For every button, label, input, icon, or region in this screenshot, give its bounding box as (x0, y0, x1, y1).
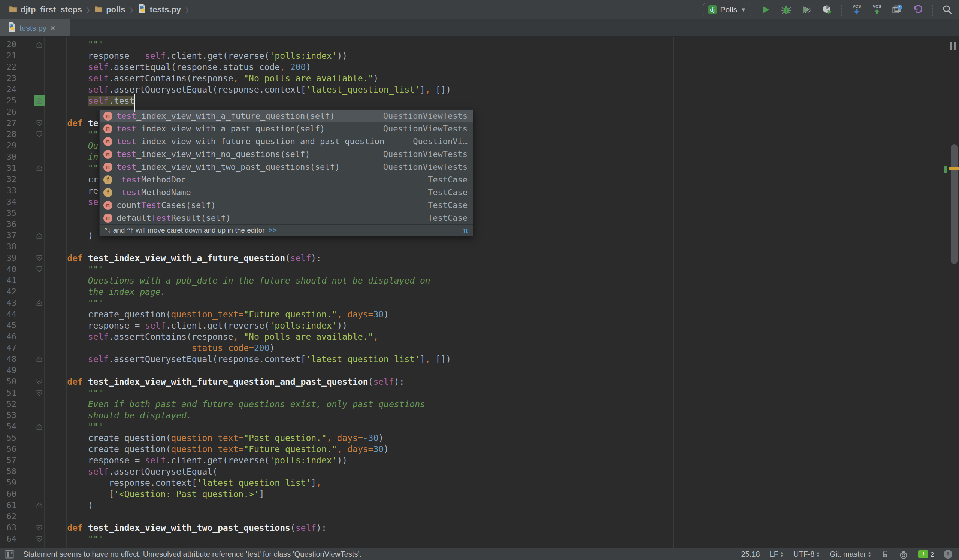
encoding-selector[interactable]: UTF-8 ▲▼ (793, 550, 820, 558)
code-line[interactable]: 23 self.assertContains(response, "No pol… (0, 73, 959, 84)
caret-stripe-mark[interactable] (948, 167, 959, 170)
completion-item[interactable]: mtest_index_view_with_two_past_questions… (100, 161, 473, 173)
inspection-profile-icon[interactable]: ! (944, 550, 952, 558)
code-line[interactable]: 20 """ (0, 39, 959, 50)
code-text: self.assertContains(response, "No polls … (44, 331, 959, 342)
inspection-indicator-icon[interactable] (949, 42, 956, 50)
fold-column (16, 61, 44, 73)
tool-window-toggle-icon[interactable] (4, 549, 15, 560)
updown-arrows-icon: ▲▼ (816, 551, 820, 557)
code-line[interactable]: 57 response = self.client.get(reverse('p… (0, 455, 959, 466)
line-number: 42 (0, 286, 16, 298)
code-line[interactable]: 21 response = self.client.get(reverse('p… (0, 50, 959, 61)
code-text: create_question(question_text="Past ques… (44, 432, 959, 444)
breadcrumb-item-tests-py[interactable]: tests.py (138, 4, 181, 15)
code-line[interactable]: 54 """ (0, 421, 959, 432)
fold-column (16, 353, 44, 365)
vcs-commit-icon[interactable]: VCS (871, 4, 883, 15)
code-line[interactable]: 43 """ (0, 298, 959, 309)
completion-item[interactable]: mtest_index_view_with_a_future_question(… (100, 110, 473, 123)
code-line[interactable]: 41 Questions with a pub_date in the futu… (0, 275, 959, 286)
fold-column (16, 421, 44, 432)
breadcrumb-item-polls[interactable]: polls (94, 5, 125, 14)
completion-item[interactable]: mtest_index_view_with_no_questions(self)… (100, 148, 473, 161)
completion-item[interactable]: mdefaultTestResult(self)TestCase (100, 212, 473, 224)
method-icon: m (104, 150, 112, 159)
search-icon[interactable] (942, 4, 953, 15)
code-text: """ (44, 298, 959, 309)
editor[interactable]: 20 """21 response = self.client.get(reve… (0, 37, 959, 548)
recent-changes-icon[interactable] (892, 4, 903, 15)
code-line[interactable]: 52 Even if both past and future question… (0, 399, 959, 410)
code-line[interactable]: 51 """ (0, 387, 959, 399)
code-line[interactable]: 48 self.assertQuerysetEqual(response.con… (0, 353, 959, 365)
code-line[interactable]: 53 should be displayed. (0, 410, 959, 421)
tab-tests-py[interactable]: tests.py × (0, 19, 70, 37)
fold-column (16, 219, 44, 230)
close-icon[interactable]: × (50, 24, 55, 32)
vcs-stripe-mark[interactable] (945, 166, 947, 173)
completion-item[interactable]: mcountTestCases(self)TestCase (100, 199, 473, 212)
line-ending-selector[interactable]: LF ▲▼ (770, 550, 784, 558)
code-line[interactable]: 64 """ (0, 533, 959, 545)
vcs-update-icon[interactable]: VCS (851, 4, 862, 15)
completion-item[interactable]: f_testMethodNameTestCase (100, 186, 473, 199)
code-line[interactable]: 49 (0, 365, 959, 376)
hint-more-link[interactable]: >> (269, 226, 277, 234)
code-line[interactable]: 38 (0, 241, 959, 253)
code-line[interactable]: 39 def test_index_view_with_a_future_que… (0, 253, 959, 264)
completion-popup: mtest_index_view_with_a_future_question(… (99, 110, 473, 236)
code-line[interactable]: 25 self.test (0, 95, 959, 107)
line-number: 38 (0, 241, 16, 253)
code-line[interactable]: 45 response = self.client.get(reverse('p… (0, 320, 959, 331)
run-config-selector[interactable]: dj Polls ▼ (703, 3, 752, 16)
line-number: 40 (0, 264, 16, 275)
code-text: Questions with a pub_date in the future … (44, 275, 959, 286)
caret-position[interactable]: 25:18 (741, 550, 760, 558)
code-line[interactable]: 42 the index page. (0, 286, 959, 298)
line-number: 44 (0, 309, 16, 320)
code-line[interactable]: 60 ['<Question: Past question.>'] (0, 488, 959, 500)
fold-column (16, 253, 44, 264)
completion-item[interactable]: f_testMethodDocTestCase (100, 173, 473, 186)
code-text: self.test (44, 95, 959, 107)
completion-item[interactable]: mtest_index_view_with_a_past_question(se… (100, 123, 473, 135)
rollback-icon[interactable] (912, 4, 923, 15)
hector-inspector-icon[interactable] (899, 549, 908, 559)
fold-column (16, 432, 44, 444)
profiler-icon[interactable] (821, 4, 832, 15)
code-line[interactable]: 46 self.assertContains(response, "No pol… (0, 331, 959, 342)
vcs-branch-selector[interactable]: Git: master ▲▼ (829, 550, 871, 558)
fold-column (16, 477, 44, 488)
code-text: self.assertEqual(response.status_code, 2… (44, 61, 959, 73)
code-line[interactable]: 62 (0, 511, 959, 522)
fold-column (16, 264, 44, 275)
code-line[interactable]: 61 ) (0, 500, 959, 511)
completion-name: _testMethodDoc (116, 173, 186, 186)
code-line[interactable]: 59 response.context['latest_question_lis… (0, 477, 959, 488)
code-line[interactable]: 44 create_question(question_text="Future… (0, 309, 959, 320)
code-text: self.assertContains(response, "No polls … (44, 73, 959, 84)
debug-icon[interactable] (781, 4, 792, 15)
code-line[interactable]: 56 create_question(question_text="Future… (0, 444, 959, 455)
svg-text:VCS: VCS (873, 4, 881, 9)
code-line[interactable]: 22 self.assertEqual(response.status_code… (0, 61, 959, 73)
event-log-notification[interactable]: ! 2 (918, 550, 934, 558)
run-with-coverage-icon[interactable] (801, 4, 812, 15)
code-line[interactable]: 58 self.assertQuerysetEqual( (0, 466, 959, 477)
scrollbar-thumb[interactable] (951, 144, 957, 264)
code-text: """ (44, 421, 959, 432)
code-line[interactable]: 40 """ (0, 264, 959, 275)
code-line[interactable]: 24 self.assertQuerysetEqual(response.con… (0, 84, 959, 95)
code-line[interactable]: 55 create_question(question_text="Past q… (0, 432, 959, 444)
completion-item[interactable]: mtest_index_view_with_future_question_an… (100, 135, 473, 148)
lock-icon[interactable] (881, 550, 889, 558)
breadcrumb-item-djtp_first_steps[interactable]: djtp_first_steps (9, 5, 82, 14)
code-line[interactable]: 47 status_code=200) (0, 342, 959, 353)
code-line[interactable]: 63 def test_index_view_with_two_past_que… (0, 522, 959, 533)
run-icon[interactable] (760, 4, 772, 15)
code-line[interactable]: 50 def test_index_view_with_future_quest… (0, 376, 959, 387)
method-icon: m (104, 162, 112, 172)
fold-column (16, 196, 44, 207)
code-text: response = self.client.get(reverse('poll… (44, 320, 959, 331)
